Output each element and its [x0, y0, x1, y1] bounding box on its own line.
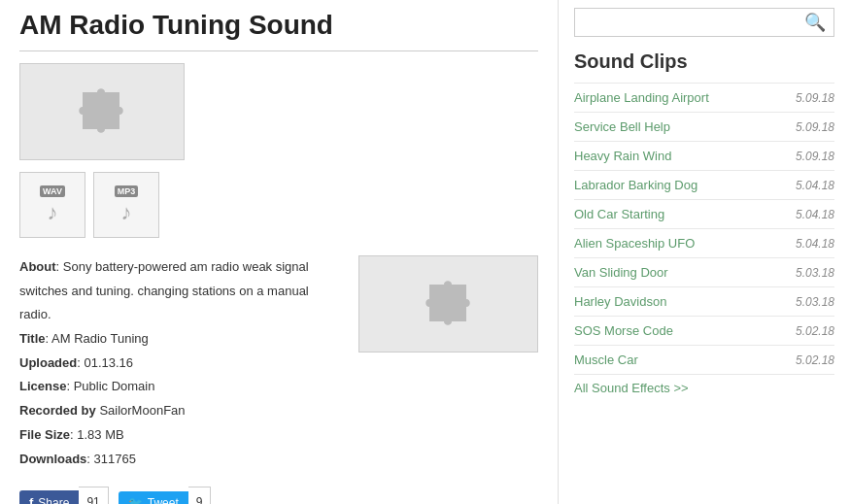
fb-label: Share [38, 496, 69, 504]
mp3-label: MP3 [115, 185, 139, 197]
content-row: About: Sony battery-powered am radio wea… [19, 255, 538, 504]
list-item: Airplane Landing Airport5.09.18 [574, 83, 834, 112]
list-item: Heavy Rain Wind5.09.18 [574, 141, 834, 170]
sound-clips-title: Sound Clips [574, 50, 834, 73]
search-icon: 🔍 [804, 13, 826, 32]
metadata-block: About: Sony battery-powered am radio wea… [19, 255, 339, 504]
fb-icon: f [29, 495, 33, 504]
list-item: SOS Morse Code5.02.18 [574, 316, 834, 345]
clip-date: 5.09.18 [796, 120, 834, 134]
clip-name-link[interactable]: SOS Morse Code [574, 323, 673, 338]
list-item: Van Sliding Door5.03.18 [574, 257, 834, 286]
title-value: AM Radio Tuning [51, 331, 149, 346]
twitter-tweet-button[interactable]: 🐦 Tweet [119, 491, 188, 504]
clip-name-link[interactable]: Service Bell Help [574, 119, 670, 134]
page-title: AM Radio Tuning Sound [19, 10, 538, 51]
list-item: Alien Spaceship UFO5.04.18 [574, 228, 834, 257]
clip-name-link[interactable]: Alien Spaceship UFO [574, 236, 695, 251]
file-format-list: WAV ♪ MP3 ♪ [19, 172, 538, 238]
uploaded-value: 01.13.16 [84, 355, 133, 370]
clip-date: 5.02.18 [796, 353, 834, 367]
sidebar: 🔍 Sound Clips Airplane Landing Airport5.… [559, 0, 850, 504]
clip-date: 5.03.18 [796, 295, 834, 309]
clip-name-link[interactable]: Van Sliding Door [574, 265, 668, 280]
uploaded-row: Uploaded: 01.13.16 [19, 352, 339, 376]
search-input[interactable] [575, 12, 797, 34]
list-item: Labrador Barking Dog5.04.18 [574, 170, 834, 199]
facebook-share-button[interactable]: f Share [19, 490, 79, 504]
downloads-row: Downloads: 311765 [19, 448, 339, 472]
all-effects-link[interactable]: All Sound Effects >> [574, 381, 834, 395]
recorded-row: Recorded by SailorMoonFan [19, 399, 339, 423]
main-thumb-puzzle [73, 83, 131, 141]
filesize-value: 1.83 MB [77, 427, 123, 442]
title-row: Title: AM Radio Tuning [19, 327, 339, 352]
mp3-file-thumb[interactable]: MP3 ♪ [93, 172, 159, 238]
about-label: About [19, 259, 56, 274]
clip-name-link[interactable]: Muscle Car [574, 353, 638, 367]
license-value: Public Domain [74, 379, 155, 393]
clip-date: 5.04.18 [796, 179, 834, 192]
clip-date: 5.04.18 [796, 208, 834, 221]
secondary-thumb-puzzle [420, 275, 478, 333]
list-item: Harley Davidson5.03.18 [574, 286, 834, 316]
about-row: About: Sony battery-powered am radio wea… [19, 255, 339, 327]
wav-label: WAV [40, 185, 65, 197]
search-bar: 🔍 [574, 8, 834, 37]
clip-name-link[interactable]: Labrador Barking Dog [574, 178, 697, 192]
social-buttons: f Share 91 🐦 Tweet 9 [19, 487, 339, 504]
clip-name-link[interactable]: Heavy Rain Wind [574, 149, 671, 163]
clip-date: 5.09.18 [796, 91, 834, 105]
clip-date: 5.03.18 [796, 266, 834, 280]
list-item: Muscle Car5.02.18 [574, 345, 834, 375]
clip-list: Airplane Landing Airport5.09.18Service B… [574, 83, 834, 375]
wav-file-thumb[interactable]: WAV ♪ [19, 172, 85, 238]
license-row: License: Public Domain [19, 375, 339, 399]
clip-name-link[interactable]: Old Car Starting [574, 207, 664, 221]
fb-count: 91 [79, 487, 108, 504]
uploaded-label: Uploaded [19, 355, 77, 370]
mp3-music-icon: ♪ [121, 200, 132, 225]
tw-icon: 🐦 [128, 496, 143, 504]
main-content: AM Radio Tuning Sound .thumbnail-main { … [0, 0, 559, 504]
recorded-label: Recorded by [19, 403, 96, 418]
downloads-value: 311765 [94, 452, 136, 466]
title-label: Title [19, 331, 46, 346]
clip-date: 5.02.18 [796, 324, 834, 338]
list-item: Old Car Starting5.04.18 [574, 199, 834, 228]
list-item: Service Bell Help5.09.18 [574, 112, 834, 141]
wav-music-icon: ♪ [48, 200, 58, 225]
search-button[interactable]: 🔍 [797, 8, 833, 37]
tw-count: 9 [188, 487, 212, 504]
clip-name-link[interactable]: Airplane Landing Airport [574, 90, 709, 105]
tw-label: Tweet [148, 496, 179, 504]
clip-date: 5.09.18 [796, 150, 834, 163]
recorded-value: SailorMoonFan [99, 403, 185, 418]
main-thumbnail [19, 63, 185, 160]
license-label: License [19, 379, 66, 393]
downloads-label: Downloads [19, 452, 86, 466]
filesize-row: File Size: 1.83 MB [19, 423, 339, 448]
about-text: Sony battery-powered am radio weak signa… [19, 259, 309, 321]
clip-date: 5.04.18 [796, 237, 834, 251]
secondary-thumbnail [358, 255, 538, 353]
filesize-label: File Size [19, 427, 70, 442]
clip-name-link[interactable]: Harley Davidson [574, 294, 666, 309]
